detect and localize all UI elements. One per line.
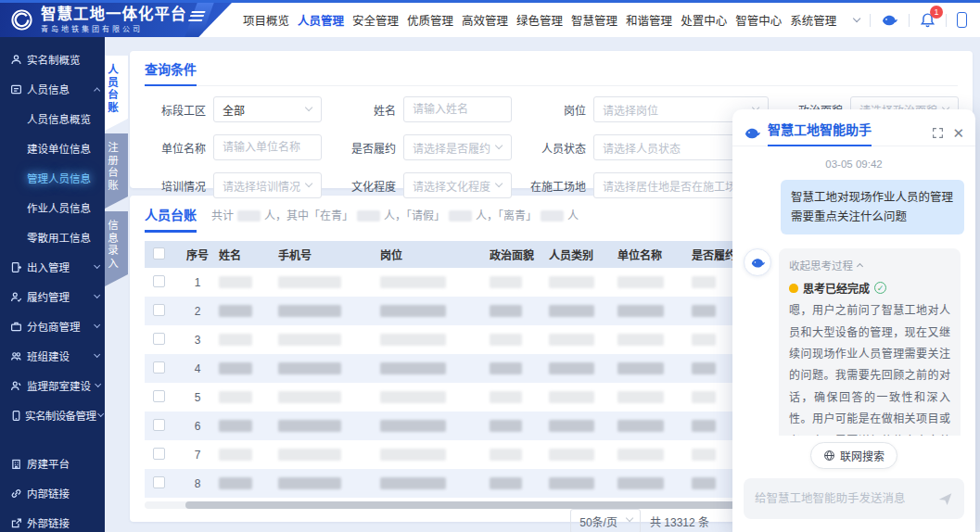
redacted-cell (278, 334, 341, 346)
select-all-checkbox[interactable] (153, 247, 165, 260)
vtab-registration-ledger[interactable]: 注册台账 (105, 133, 128, 209)
row-checkbox[interactable] (153, 304, 165, 316)
redacted-cell (219, 449, 252, 461)
row-checkbox[interactable] (153, 333, 165, 345)
assistant-avatar (744, 248, 771, 276)
page-size-select[interactable]: 50条/页 (570, 509, 641, 532)
redacted-cell (617, 449, 664, 461)
sidebar-item-supervision-dept-building[interactable]: 监理部室建设 (0, 371, 105, 400)
sidebar-item-casual-labor-info[interactable]: 零散用工信息 (0, 222, 105, 252)
redacted-cell (278, 420, 341, 432)
education-select[interactable]: 请选择文化程度 (403, 172, 512, 198)
redacted-cell (490, 334, 522, 346)
nav-item-harmony[interactable]: 和谐管理 (626, 11, 672, 29)
redacted-count (449, 210, 472, 222)
thinking-text: 嗯，用户之前问了智慧工地对人员和大型设备的管理，现在又继续问现场作业人员管理需要… (789, 300, 950, 436)
divider (909, 14, 910, 27)
redacted-cell (490, 305, 522, 317)
sidebar-item-housing-platform[interactable]: 房建平台 (0, 449, 105, 478)
nav-item-safety[interactable]: 安全管理 (352, 11, 399, 29)
redacted-cell (549, 449, 594, 461)
unit-name-input[interactable] (223, 141, 300, 154)
close-icon[interactable]: ✕ (952, 126, 964, 140)
redacted-cell (219, 305, 252, 317)
chevron-down-icon (495, 142, 503, 150)
sidebar-item-external-links[interactable]: 外部链接 (0, 508, 105, 532)
roster-summary: 共计人，其中「在青」人，「请假」人，「离青」人 (211, 207, 579, 222)
link-icon (10, 488, 22, 500)
collapse-thinking-toggle[interactable]: 收起思考过程 (789, 258, 950, 272)
sidebar-item-personnel-info[interactable]: 人员信息 (0, 74, 105, 104)
nav-item-smart[interactable]: 智慧管理 (571, 11, 617, 29)
redacted-cell (380, 362, 446, 374)
whale-assistant-icon[interactable] (881, 12, 898, 28)
filter-label-on-site: 在施工场地 (525, 178, 586, 194)
nav-item-efficiency[interactable]: 高效管理 (462, 11, 508, 29)
vtab-personnel-ledger[interactable]: 人员台账 (105, 56, 128, 131)
sidebar-item-subcontractor-management[interactable]: 分包商管理 (0, 311, 105, 341)
whale-icon (750, 256, 766, 270)
redacted-cell (219, 276, 252, 288)
sidebar-item-worker-info[interactable]: 作业人员信息 (0, 193, 105, 222)
ledger-tab[interactable]: 人员台账 (145, 205, 197, 233)
check-circle-icon: ✓ (874, 282, 886, 294)
row-checkbox[interactable] (153, 448, 165, 460)
sidebar-item-realname-overview[interactable]: 实名制概览 (0, 44, 105, 74)
assistant-message-input[interactable] (755, 492, 937, 505)
person-icon (10, 54, 22, 66)
redacted-cell (219, 334, 252, 346)
sidebar-item-performance-management[interactable]: 履约管理 (0, 282, 105, 311)
sidebar-item-personnel-overview[interactable]: 人员信息概览 (0, 104, 105, 133)
nav-item-smart-center[interactable]: 智管中心 (735, 11, 782, 29)
top-navigation: 项目概览 人员管理 安全管理 优质管理 高效管理 绿色管理 智慧管理 和谐管理 … (232, 3, 848, 37)
redacted-cell (380, 420, 446, 432)
vertical-tab-strip: 人员台账 注册台账 信息录入 (105, 56, 129, 289)
redacted-cell (549, 305, 594, 317)
sidebar-item-construction-unit-info[interactable]: 建设单位信息 (0, 133, 105, 163)
redacted-cell (380, 391, 446, 403)
nav-item-system[interactable]: 系统管理 (790, 11, 836, 29)
redacted-cell (278, 362, 341, 374)
sidebar-item-internal-links[interactable]: 内部链接 (0, 478, 105, 508)
bell-icon[interactable]: 1 (920, 12, 935, 28)
briefcase-icon (10, 321, 22, 333)
chevron-down-icon[interactable] (853, 15, 861, 23)
row-checkbox[interactable] (153, 390, 165, 402)
divider (870, 14, 871, 27)
redacted-cell (219, 420, 252, 432)
vtab-info-entry[interactable]: 信息录入 (105, 211, 128, 286)
person-check-icon (10, 291, 22, 303)
training-select[interactable]: 请选择培训情况 (213, 172, 322, 198)
section-select[interactable]: 全部 (213, 96, 322, 122)
query-conditions-title: 查询条件 (145, 59, 197, 86)
row-checkbox[interactable] (153, 419, 165, 431)
row-checkbox[interactable] (153, 275, 165, 287)
name-input[interactable] (413, 103, 490, 116)
row-checkbox[interactable] (153, 476, 165, 488)
performance-select[interactable]: 请选择是否履约 (403, 134, 512, 160)
sidebar-item-access-management[interactable]: 出入管理 (0, 252, 105, 282)
nav-item-disposal-center[interactable]: 处置中心 (681, 11, 727, 29)
row-checkbox[interactable] (153, 361, 165, 374)
row-index: 3 (176, 334, 219, 347)
sidebar-item-realname-device-management[interactable]: 实名制设备管理 (0, 400, 105, 430)
redacted-cell (617, 334, 664, 346)
nav-item-project-overview[interactable]: 项目概览 (243, 11, 289, 29)
door-icon (10, 261, 22, 273)
expand-icon[interactable] (932, 127, 944, 139)
mobile-icon[interactable] (957, 12, 967, 28)
nav-item-personnel[interactable]: 人员管理 (298, 11, 344, 29)
paper-plane-icon[interactable] (937, 491, 953, 507)
web-search-button[interactable]: 联网搜索 (810, 442, 897, 469)
chevron-up-icon (857, 263, 863, 270)
divider (946, 14, 947, 27)
sidebar-item-management-personnel-info[interactable]: 管理人员信息 (0, 163, 105, 193)
sidebar-item-team-building[interactable]: 班组建设 (0, 341, 105, 371)
ai-assistant-panel: 智慧工地智能助手 ✕ 03-05 09:42 智慧工地对现场作业人员的管理需要重… (732, 109, 975, 532)
row-index: 6 (176, 420, 219, 433)
redacted-cell (490, 449, 522, 461)
nav-item-quality[interactable]: 优质管理 (407, 11, 453, 29)
app-title: 智慧工地一体化平台 (41, 6, 187, 23)
redacted-cell (692, 449, 716, 461)
nav-item-green[interactable]: 绿色管理 (516, 11, 563, 29)
